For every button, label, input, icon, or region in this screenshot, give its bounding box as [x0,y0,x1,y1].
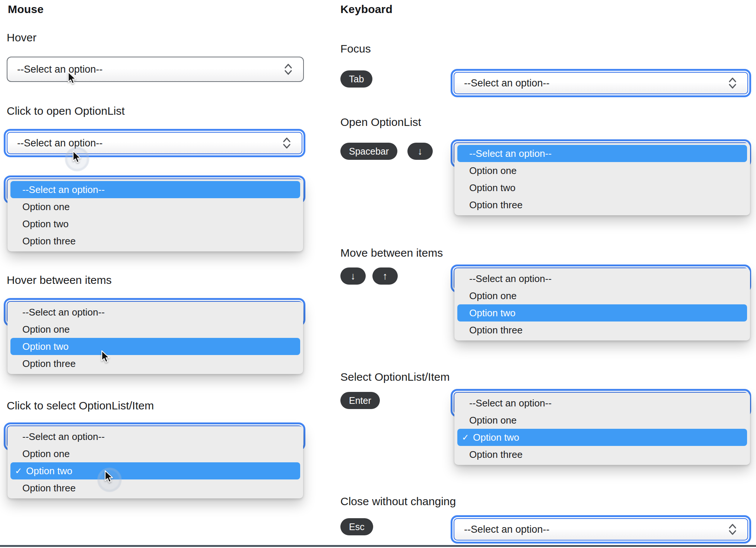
option-item-highlighted[interactable]: --Select an option-- [10,181,300,198]
key-esc: Esc [340,518,373,535]
option-item-highlighted[interactable]: --Select an option-- [457,145,747,162]
key-arrow-down: ↓ [407,143,433,160]
key-label: Tab [349,74,364,85]
option-label: --Select an option-- [469,273,552,285]
option-list: --Select an option-- Option one Option t… [454,268,750,340]
select-value: --Select an option-- [17,64,277,75]
option-item[interactable]: Option three [7,355,303,372]
select-value: --Select an option-- [464,524,721,535]
option-label: Option two [22,341,69,352]
option-item[interactable]: Option one [7,321,303,338]
option-label: Option two [473,432,519,443]
key-arrow-up: ↑ [372,267,398,285]
select-value: --Select an option-- [464,77,721,89]
select-closed-hover[interactable]: --Select an option-- [7,57,304,82]
option-label: Option one [469,415,517,426]
option-label: --Select an option-- [22,431,105,443]
hover-items-section-label: Hover between items [7,274,112,286]
option-label: Option three [22,235,76,247]
chevron-updown-icon [283,62,293,76]
key-spacebar: Spacebar [340,143,397,160]
option-label: Option two [469,182,515,194]
select-focused-esc[interactable]: --Select an option-- [454,518,748,541]
option-item[interactable]: Option one [454,162,750,179]
option-item[interactable]: Option one [454,412,750,429]
option-label: Option one [22,324,70,335]
option-label: Option three [22,358,76,370]
chevron-updown-icon [727,522,738,536]
option-item[interactable]: --Select an option-- [7,304,303,321]
mouse-cursor-icon [66,71,78,86]
check-icon: ✓ [462,433,473,443]
option-item[interactable]: Option three [7,232,303,250]
select-value: --Select an option-- [17,137,276,149]
click-open-section-label: Click to open OptionList [7,105,125,117]
option-item[interactable]: Option three [7,479,303,497]
option-item-selected[interactable]: ✓ Option two [457,429,747,446]
option-item[interactable]: Option three [454,321,750,339]
mouse-cursor-icon [99,349,111,364]
option-label: --Select an option-- [22,307,105,318]
option-label: --Select an option-- [469,397,552,409]
option-item[interactable]: Option three [454,196,750,213]
option-label: Option one [469,165,517,177]
key-label: Spacebar [349,146,389,157]
mouse-cursor-icon [70,150,83,165]
key-arrow-down: ↓ [340,267,366,285]
option-list: --Select an option-- Option one ✓ Option… [7,426,303,498]
option-label: Option three [469,324,522,336]
option-label: Option one [469,290,517,302]
option-label: Option two [22,218,69,230]
focus-section-label: Focus [340,42,371,55]
option-item[interactable]: Option one [454,287,750,304]
option-label: --Select an option-- [22,184,105,196]
key-tab: Tab [340,70,372,88]
check-icon: ✓ [15,466,26,476]
key-label: Esc [349,522,365,532]
option-list: --Select an option-- Option one Option t… [7,179,303,251]
option-item[interactable]: Option two [454,179,750,196]
mouse-cursor-icon [102,469,115,484]
arrow-down-icon: ↓ [350,270,356,282]
option-item-selected[interactable]: ✓ Option two [10,462,300,479]
option-label: Option two [26,465,72,477]
option-label: Option three [22,482,76,494]
option-item[interactable]: --Select an option-- [454,395,750,412]
key-enter: Enter [340,392,380,409]
move-section-label: Move between items [340,247,443,259]
option-list: --Select an option-- Option one Option t… [454,143,750,215]
option-label: Option three [469,449,522,460]
option-label: --Select an option-- [469,148,552,159]
option-item-highlighted[interactable]: Option two [457,304,747,321]
option-label: Option three [469,199,522,211]
arrow-down-icon: ↓ [417,146,423,157]
arrow-up-icon: ↑ [382,270,388,282]
open-section-label: Open OptionList [340,116,421,129]
keyboard-heading: Keyboard [340,3,393,16]
chevron-updown-icon [727,76,738,90]
option-list: --Select an option-- Option one ✓ Option… [454,393,750,465]
mouse-heading: Mouse [8,3,44,16]
option-item-highlighted[interactable]: Option two [10,338,300,355]
select-focused-click[interactable]: --Select an option-- [7,132,302,154]
bottom-divider [0,545,756,547]
option-item[interactable]: --Select an option-- [454,270,750,287]
option-label: Option two [469,307,515,319]
hover-section-label: Hover [7,31,36,44]
select-item-section-label: Select OptionList/Item [340,371,450,383]
chevron-updown-icon [282,136,292,150]
option-list: --Select an option-- Option one Option t… [7,302,303,374]
click-select-section-label: Click to select OptionList/Item [7,399,154,412]
option-item[interactable]: Option one [7,198,303,215]
option-item[interactable]: Option two [7,215,303,232]
option-label: Option one [22,448,70,460]
option-label: Option one [22,201,70,213]
key-label: Enter [349,395,371,406]
close-section-label: Close without changing [340,495,456,508]
option-item[interactable]: --Select an option-- [7,428,303,445]
option-item[interactable]: Option one [7,445,303,462]
select-focused-tab[interactable]: --Select an option-- [454,72,748,94]
option-item[interactable]: Option three [454,446,750,463]
